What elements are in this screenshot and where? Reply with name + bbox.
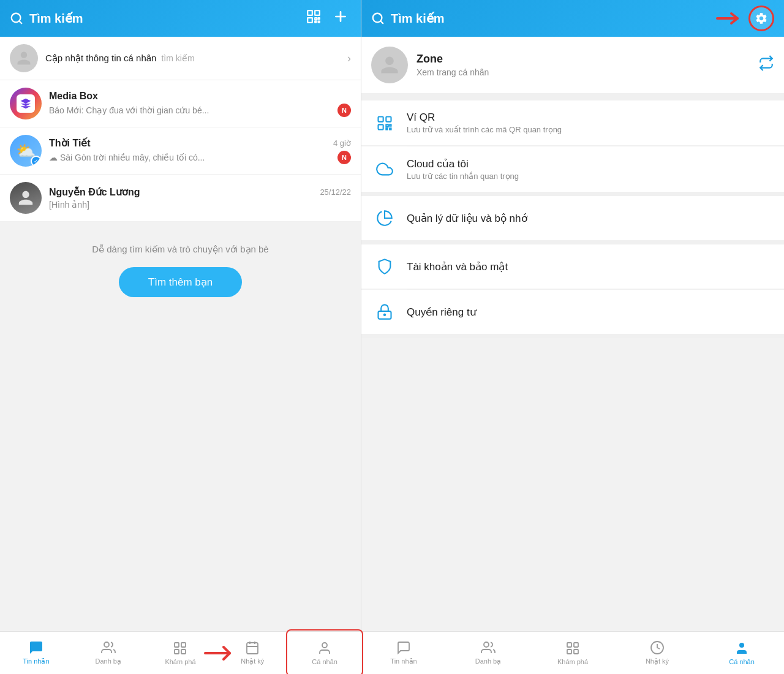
right-search-icon <box>371 12 385 25</box>
svg-rect-33 <box>574 649 578 654</box>
svg-point-17 <box>322 643 327 648</box>
pie-chart-icon <box>374 207 396 229</box>
nguyen-content: Nguyễn Đức Lương 25/12/22 [Hình ảnh] <box>49 186 351 210</box>
nav-kham-pha-right[interactable]: Khám phá <box>530 632 615 674</box>
mediabox-name: Media Box <box>49 91 98 102</box>
conversation-nguyen[interactable]: Nguyễn Đức Lương 25/12/22 [Hình ảnh] <box>0 175 361 222</box>
svg-rect-25 <box>386 128 387 129</box>
nav-ca-nhan-label-left: Cá nhân <box>312 658 337 665</box>
menu-data-mgmt[interactable]: Quản lý dữ liệu và bộ nhớ <box>361 196 784 241</box>
nav-kham-pha-label-right: Khám phá <box>557 658 588 665</box>
profile-info: Zone Xem trang cá nhân <box>417 53 750 77</box>
profile-name: Zone <box>417 53 750 66</box>
nav-ca-nhan-label-right: Cá nhân <box>729 658 755 665</box>
conversation-weather[interactable]: ⛅ ✓ Thời Tiết 4 giờ ☁ Sài Gòn trời nhiều… <box>0 127 361 175</box>
nav-danh-ba-label-right: Danh bạ <box>475 657 501 665</box>
svg-line-19 <box>380 21 383 23</box>
weather-content: Thời Tiết 4 giờ ☁ Sài Gòn trời nhiều mây… <box>49 137 351 164</box>
nav-tin-nhan-right[interactable]: Tin nhắn <box>361 632 446 674</box>
svg-rect-32 <box>567 649 571 654</box>
menu-security[interactable]: Tài khoản và bảo mật <box>361 244 784 289</box>
nguyen-time: 25/12/22 <box>320 187 351 197</box>
find-friends-button[interactable]: Tìm thêm bạn <box>119 267 242 297</box>
security-label: Tài khoản và bảo mật <box>407 260 508 273</box>
svg-rect-13 <box>181 643 186 647</box>
chevron-right-icon: › <box>347 52 351 65</box>
red-arrow-to-settings <box>714 9 745 28</box>
mediabox-content: Media Box Báo Mới: Chạy đua với thời gia… <box>49 91 351 117</box>
nav-nhat-ky-label-left: Nhật ký <box>241 657 264 665</box>
privacy-label: Quyền riêng tư <box>407 306 477 319</box>
nav-kham-pha-label-left: Khám phá <box>165 658 195 665</box>
settings-button[interactable] <box>748 6 774 31</box>
lock-icon <box>374 301 396 323</box>
profile-avatar <box>10 44 38 72</box>
nav-ca-nhan-right[interactable]: Cá nhân <box>699 632 784 674</box>
svg-rect-21 <box>386 116 391 121</box>
nav-nhat-ky-right[interactable]: Nhật ký <box>615 632 699 674</box>
weather-avatar: ⛅ ✓ <box>10 135 42 167</box>
svg-point-35 <box>739 643 744 648</box>
right-header: Tìm kiếm <box>361 0 784 37</box>
svg-rect-31 <box>574 643 578 647</box>
svg-rect-24 <box>390 124 391 126</box>
nav-danh-ba-right[interactable]: Danh bạ <box>446 632 530 674</box>
left-arrow-annotation <box>202 638 239 668</box>
find-friends-text: Dễ dàng tìm kiếm và trò chuyện với bạn b… <box>92 244 268 255</box>
cloud-sub: Lưu trữ các tin nhắn quan trọng <box>407 172 519 181</box>
nav-tin-nhan-label-left: Tin nhắn <box>23 657 49 665</box>
nav-ca-nhan-left[interactable]: Cá nhân <box>288 632 361 674</box>
qr-button[interactable] <box>303 6 324 31</box>
settings-arrow-area <box>714 6 774 31</box>
conversation-mediabox[interactable]: Media Box Báo Mới: Chạy đua với thời gia… <box>0 80 361 127</box>
nav-nhat-ky-label-right: Nhật ký <box>646 657 669 665</box>
nav-tin-nhan-left[interactable]: Tin nhắn <box>0 632 72 674</box>
cloud-text: Cloud của tôi Lưu trữ các tin nhắn quan … <box>407 157 519 181</box>
svg-rect-2 <box>307 10 312 15</box>
svg-rect-4 <box>307 18 312 23</box>
svg-rect-16 <box>247 643 258 654</box>
nav-danh-ba-label-left: Danh bạ <box>95 657 121 665</box>
svg-rect-5 <box>315 18 317 20</box>
profile-sub-text: Xem trang cá nhân <box>417 67 750 77</box>
nguyen-name: Nguyễn Đức Lương <box>49 186 140 198</box>
svg-point-28 <box>384 314 385 316</box>
nav-tin-nhan-label-right: Tin nhắn <box>390 657 417 665</box>
nguyen-preview: [Hình ảnh] <box>49 200 89 210</box>
nav-danh-ba-left[interactable]: Danh bạ <box>72 632 145 674</box>
svg-line-1 <box>19 21 21 23</box>
profile-update-text: Cập nhật thông tin cá nhân <box>45 53 156 64</box>
search-icon <box>10 12 23 25</box>
nguyen-avatar <box>10 182 42 214</box>
menu-vi-qr[interactable]: Ví QR Lưu trữ và xuất trình các mã QR qu… <box>361 100 784 146</box>
mediabox-avatar <box>10 88 42 119</box>
sync-icon[interactable] <box>758 55 774 75</box>
left-header-title: Tìm kiếm <box>29 11 297 26</box>
left-header: Tìm kiếm <box>0 0 361 37</box>
menu-privacy[interactable]: Quyền riêng tư <box>361 290 784 335</box>
find-friends-section: Dễ dàng tìm kiếm và trò chuyện với bạn b… <box>0 222 361 309</box>
weather-time: 4 giờ <box>333 138 351 148</box>
shield-icon <box>374 256 396 278</box>
menu-cloud[interactable]: Cloud của tôi Lưu trữ các tin nhắn quan … <box>361 146 784 192</box>
right-header-title: Tìm kiếm <box>391 11 708 26</box>
profile-search-placeholder: tìm kiếm <box>161 53 194 63</box>
profile-update-row[interactable]: Cập nhật thông tin cá nhân tìm kiếm › <box>0 37 361 80</box>
weather-name: Thời Tiết <box>49 137 91 149</box>
profile-large-avatar <box>371 47 408 83</box>
add-button[interactable] <box>330 6 351 31</box>
svg-rect-12 <box>175 643 179 647</box>
weather-verified-badge: ✓ <box>31 156 42 167</box>
profile-section[interactable]: Zone Xem trang cá nhân <box>361 37 784 97</box>
svg-rect-6 <box>318 18 320 19</box>
profile-text-area: Cập nhật thông tin cá nhân tìm kiếm <box>45 53 340 64</box>
svg-rect-14 <box>175 649 179 654</box>
vi-qr-label: Ví QR <box>407 112 562 124</box>
qr-wallet-icon <box>374 112 396 134</box>
weather-preview: ☁ Sài Gòn trời nhiều mây, chiều tối có..… <box>49 153 205 162</box>
svg-rect-23 <box>386 124 388 127</box>
vi-qr-text: Ví QR Lưu trữ và xuất trình các mã QR qu… <box>407 112 562 134</box>
vi-qr-sub: Lưu trữ và xuất trình các mã QR quan trọ… <box>407 125 562 134</box>
mediabox-preview: Báo Mới: Chạy đua với thời gian cứu bé..… <box>49 105 209 115</box>
right-bottom-nav: Tin nhắn Danh bạ Khám phá <box>361 631 784 674</box>
